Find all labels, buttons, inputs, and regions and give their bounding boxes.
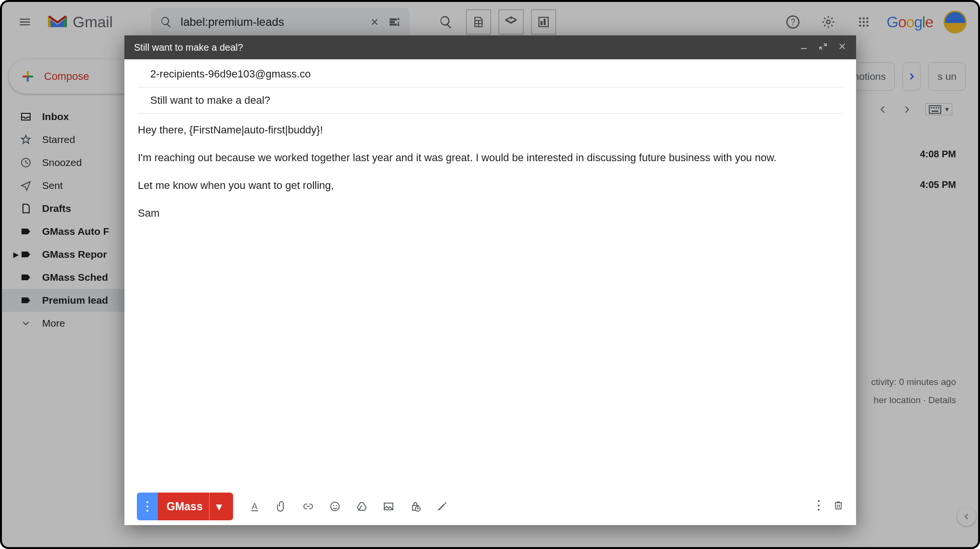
compose-toolbar: GMass ▾ A [124,488,856,525]
time-row-2: 4:05 PM [920,169,956,200]
inbox-icon [20,111,32,122]
svg-point-14 [866,24,868,26]
search-options-icon[interactable] [389,16,401,28]
svg-point-5 [826,20,830,24]
support-button[interactable]: ? [780,10,805,34]
svg-rect-19 [933,107,935,109]
gmass-settings-button[interactable] [531,10,556,34]
nav-label: Drafts [42,203,71,214]
gmass-search-button[interactable] [434,10,458,34]
compose-titlebar[interactable]: Still want to make a deal? [124,35,856,59]
time-row-1: 4:08 PM [920,139,956,169]
insert-link-button[interactable] [300,498,316,515]
clear-search-icon[interactable] [369,17,380,27]
svg-rect-21 [938,107,939,109]
nav-label: Snoozed [42,157,82,168]
svg-rect-2 [544,19,546,25]
vertical-dots-icon [145,500,149,513]
hamburger-icon [18,15,32,29]
gmail-logo[interactable]: Gmail [46,13,113,31]
more-options-button[interactable] [817,499,821,514]
gmail-wordmark: Gmail [73,13,113,31]
nav-label: Inbox [42,111,69,122]
body-line-1: Hey there, {FirstName|auto-first|buddy}! [138,122,843,138]
svg-rect-22 [932,110,938,112]
svg-point-28 [331,502,339,511]
google-apps-button[interactable] [851,10,876,34]
nav-label: GMass Repor [42,249,107,260]
popin-button[interactable] [819,42,827,53]
label-icon [20,226,32,237]
side-panel-toggle[interactable] [957,507,976,526]
minimize-button[interactable] [800,42,808,53]
older-button[interactable] [902,104,912,115]
tab-partial[interactable]: s un [928,62,966,91]
recipients-field[interactable]: 2-recipients-96d9e103@gmass.co [138,61,843,88]
nav-label: Premium lead [42,295,108,306]
confidential-mode-button[interactable] [407,498,423,515]
message-body[interactable]: Hey there, {FirstName|auto-first|buddy}!… [124,114,856,488]
svg-point-11 [866,21,868,23]
insert-drive-button[interactable] [354,498,370,515]
apps-grid-icon [858,16,870,28]
svg-point-36 [818,509,820,511]
svg-rect-17 [929,106,941,113]
account-activity-footer: ctivity: 0 minutes ago her location · De… [871,373,956,409]
svg-point-10 [863,21,865,23]
gmass-menu-button[interactable] [137,493,158,520]
main-menu-button[interactable] [13,11,36,33]
svg-text:?: ? [791,17,795,27]
svg-text:A: A [252,502,257,511]
vertical-dots-icon [817,499,821,512]
compose-window: Still want to make a deal? 2-recipients-… [124,35,856,525]
expand-caret-icon[interactable]: ▸ [13,249,19,260]
gmass-send-button[interactable]: GMass ▾ [158,493,233,520]
location-text: her location · Details [871,391,956,409]
star-icon [20,134,32,145]
insert-photo-button[interactable] [380,498,397,515]
formatting-toolbar: A [246,498,450,515]
lock-clock-icon [410,501,421,512]
attach-button[interactable] [273,498,290,515]
drafts-icon [20,203,32,214]
svg-point-12 [859,24,861,26]
input-tool-selector[interactable]: ▾ [925,103,952,115]
gmass-extension-icons [434,10,556,34]
svg-point-7 [863,17,865,19]
insert-signature-button[interactable] [434,498,450,515]
chevron-down-icon [20,318,32,329]
svg-point-6 [859,17,861,19]
google-logo[interactable]: Google [887,13,933,31]
body-line-2: I'm reaching out because we worked toget… [138,150,843,165]
tab-scroll-right[interactable] [902,62,921,91]
gmass-dropdown-button[interactable]: ▾ [209,493,228,520]
svg-point-29 [333,505,334,506]
paperclip-icon [276,501,287,512]
chevron-left-icon [962,512,971,521]
sent-icon [20,180,32,191]
gmass-reports-button[interactable] [499,10,523,34]
settings-button[interactable] [816,10,841,34]
account-avatar[interactable] [944,11,967,33]
formatting-button[interactable]: A [246,498,263,515]
dropdown-caret-icon: ▾ [945,105,949,114]
svg-rect-1 [540,21,542,25]
discard-draft-button[interactable] [833,499,844,514]
gmass-sheets-button[interactable] [466,10,491,34]
insert-emoji-button[interactable] [327,498,343,515]
keyboard-icon [929,105,941,114]
search-icon [160,16,172,28]
svg-point-9 [859,21,861,23]
svg-rect-20 [935,107,937,109]
newer-button[interactable] [878,104,888,115]
svg-point-8 [866,17,868,19]
close-button[interactable] [838,42,846,53]
nav-label: GMass Sched [42,272,108,283]
chevron-right-icon [907,72,916,81]
close-icon [838,42,846,51]
compose-title: Still want to make a deal? [134,42,243,53]
search-box[interactable]: label:premium-leads [151,8,410,36]
exit-fullscreen-icon [819,42,827,51]
trash-icon [833,499,844,511]
subject-field[interactable]: Still want to make a deal? [138,88,843,114]
